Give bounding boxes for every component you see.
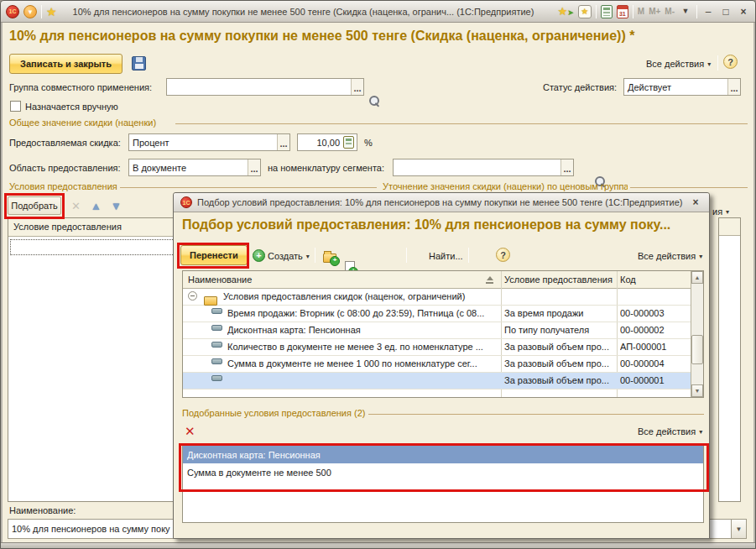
memory-m-button[interactable]: M (638, 7, 644, 16)
table-row[interactable]: Количество в документе не менее 3 ед. по… (183, 339, 692, 356)
column-name[interactable]: Наименование (188, 274, 482, 285)
column-code[interactable]: Код (620, 274, 687, 285)
add-favorite-icon[interactable]: ★➤ (558, 6, 574, 17)
scrollbar-thumb[interactable] (691, 335, 703, 364)
section-line (630, 187, 748, 188)
scroll-down-button[interactable]: ▼ (691, 384, 703, 397)
separator (696, 5, 697, 18)
separator (315, 248, 315, 263)
column-condition[interactable]: Условие предоставления (504, 274, 614, 285)
help-icon[interactable]: ? (496, 248, 510, 262)
delete-disabled-icon: ✕ (71, 201, 81, 212)
all-actions-main-button[interactable]: Все действия ▾ (646, 59, 711, 69)
name-history-dropdown[interactable]: ▼ (731, 520, 746, 538)
separator (596, 5, 597, 18)
item-icon (211, 358, 222, 364)
save-icon[interactable] (132, 56, 146, 71)
table-row[interactable]: Сумма в документе не менее 1 000 по номе… (183, 356, 692, 373)
group-row-label: Условия предоставления скидок (наценок, … (223, 291, 496, 301)
collapse-icon[interactable] (188, 291, 197, 301)
section-common-discount: Общее значение скидки (наценки) (9, 118, 156, 128)
choose-button[interactable]: ... (277, 134, 289, 150)
help-icon[interactable]: ? (723, 55, 738, 69)
name-label: Наименование: (9, 505, 76, 515)
picked-conditions-list[interactable]: Дисконтная карта: Пенсионная Сумма в док… (182, 445, 704, 523)
status-input[interactable]: Действует ... (623, 78, 741, 96)
favorites-star-icon[interactable]: ★ (46, 6, 57, 18)
transfer-button[interactable]: Перенести (180, 245, 248, 265)
chevron-down-icon: ▾ (699, 253, 702, 260)
picked-item[interactable]: Сумма в документе не менее 500 (183, 463, 703, 481)
price-groups-table[interactable] (718, 217, 741, 502)
all-actions-dialog-button[interactable]: Все действия ▾ (638, 251, 702, 261)
titlebar-dropdown-icon[interactable]: ▼ (679, 8, 692, 15)
scroll-down-icon: ▼ (695, 388, 701, 394)
create-group-icon[interactable] (323, 254, 336, 263)
dialog-close-button[interactable]: × (689, 197, 702, 207)
section-line (175, 123, 748, 124)
move-down-icon[interactable]: ▼ (111, 201, 122, 212)
find-button[interactable]: Найти... (429, 251, 463, 261)
table-header[interactable]: Наименование Условие предоставления Код (183, 271, 703, 289)
main-menu-button[interactable]: ▾ (23, 5, 37, 18)
window-bottom-frame (1, 542, 755, 548)
chevron-down-icon: ▾ (726, 208, 729, 216)
remove-picked-icon[interactable]: ✕ (185, 425, 196, 437)
table-row[interactable]: Время продажи: Вторник (с 08:00 до 23:59… (183, 306, 692, 322)
separator (717, 55, 718, 71)
area-value: В документе (129, 163, 248, 173)
create-button[interactable]: Создать ▾ (268, 251, 310, 261)
chevron-down-icon: ▾ (707, 60, 711, 68)
move-up-icon[interactable]: ▲ (91, 201, 102, 212)
favorites-list-icon[interactable]: ★ (578, 5, 592, 18)
calculator-icon[interactable] (601, 5, 613, 18)
calculator-button[interactable] (343, 136, 357, 149)
cell-condition: За разовый объем про... (504, 358, 614, 369)
cell-code: 00-000004 (620, 358, 691, 369)
calculator-icon (343, 136, 354, 149)
status-label: Статус действия: (543, 82, 617, 92)
segment-input[interactable]: ... (393, 159, 574, 176)
price-groups-header (719, 218, 740, 236)
app-window: 1С ▾ ★ 10% для пенсионеров на сумму поку… (0, 0, 756, 549)
page-title: 10% для пенсионеров на сумму покупки не … (9, 29, 749, 44)
choose-button[interactable]: ... (351, 79, 363, 95)
table-row-group[interactable]: Условия предоставления скидок (наценок, … (183, 289, 692, 306)
manual-checkbox[interactable] (10, 101, 21, 112)
group-application-input[interactable]: ... (166, 78, 364, 96)
table-row[interactable]: Дисконтная карта: Пенсионная По типу пол… (183, 322, 692, 339)
create-plus-icon[interactable]: + (253, 249, 265, 262)
all-actions-label: Все действия (638, 251, 696, 261)
conditions-catalog-table[interactable]: Наименование Условие предоставления Код … (182, 270, 704, 398)
maximize-button[interactable]: □ (719, 7, 733, 17)
memory-mplus-button[interactable]: M+ (649, 7, 660, 16)
all-actions-picked-button[interactable]: Все действия ▾ (638, 426, 702, 437)
choose-button[interactable]: ... (560, 159, 573, 175)
pick-button[interactable]: Подобрать (8, 196, 61, 215)
scroll-up-button[interactable]: ▲ (691, 271, 703, 284)
save-and-close-button[interactable]: Записать и закрыть (9, 54, 123, 74)
choose-button[interactable]: ... (727, 79, 740, 95)
item-icon (211, 375, 222, 381)
all-actions-right-clipped[interactable]: ия ▾ (712, 207, 729, 217)
close-button[interactable]: × (737, 7, 750, 17)
calendar-icon[interactable] (617, 5, 628, 18)
separator (41, 5, 42, 18)
dialog-title: Подбор условий предоставления: 10% для п… (197, 197, 684, 207)
minimize-button[interactable]: – (701, 7, 715, 17)
table-row-selected[interactable]: Сумма в документе не менее 500 За разовы… (183, 373, 692, 390)
discount-value-input[interactable]: 10,00 (297, 133, 357, 151)
section-refine: Уточнение значения скидки (наценки) по ц… (383, 181, 628, 191)
transfer-label: Перенести (190, 250, 238, 260)
cell-code: 00-000001 (620, 375, 691, 385)
cell-code: АП-000001 (620, 342, 691, 352)
table-scrollbar[interactable]: ▲ ▼ (691, 271, 703, 397)
area-input[interactable]: В документе ... (128, 159, 261, 176)
window-title: 10% для пенсионеров на сумму покупки не … (61, 7, 554, 17)
choose-button[interactable]: ... (248, 159, 260, 175)
picked-item-selected[interactable]: Дисконтная карта: Пенсионная (183, 446, 703, 463)
memory-mminus-button[interactable]: M- (665, 7, 675, 16)
chevron-down-icon: ▾ (699, 428, 702, 436)
search-icon[interactable] (368, 95, 381, 107)
discount-kind-input[interactable]: Процент ... (128, 133, 290, 151)
